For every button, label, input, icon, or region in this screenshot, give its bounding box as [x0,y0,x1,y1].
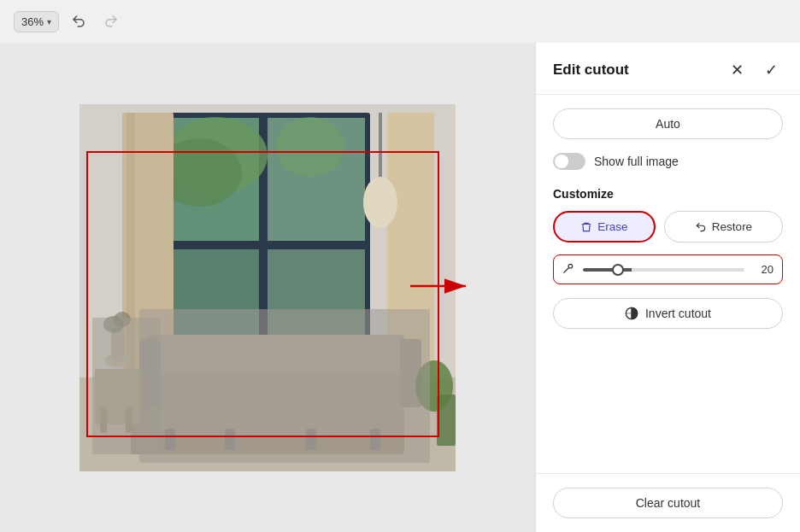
svg-rect-37 [92,318,161,454]
main-area: Edit cutout ✕ ✓ Auto Show full image Cus… [0,43,800,532]
show-full-image-row: Show full image [553,153,783,170]
zoom-value: 36% [21,15,44,28]
customize-heading: Customize [553,187,783,201]
svg-point-13 [276,117,344,177]
panel-content: Auto Show full image Customize Erase [536,95,800,473]
show-full-image-label: Show full image [594,155,679,168]
restore-icon [695,221,707,233]
auto-button[interactable]: Auto [553,108,783,139]
redo-button[interactable] [98,9,124,34]
brush-size-slider[interactable] [583,268,744,272]
panel-header: Edit cutout ✕ ✓ [536,43,800,95]
show-full-image-toggle[interactable] [553,153,585,170]
svg-rect-10 [170,241,365,248]
tool-buttons-area: Erase Restore [553,211,783,243]
erase-icon [580,221,592,233]
undo-button[interactable] [66,9,91,34]
slider-value: 20 [753,263,774,276]
panel-bottom: Clear cutout [536,473,800,532]
canvas-area[interactable] [0,43,535,532]
invert-cutout-button[interactable]: Invert cutout [553,298,783,329]
invert-icon [625,307,638,320]
svg-point-40 [568,264,573,268]
confirm-button[interactable]: ✓ [759,58,783,82]
zoom-chevron-icon: ▾ [47,17,51,26]
zoom-control[interactable]: 36% ▾ [14,11,59,32]
restore-button[interactable]: Restore [664,211,783,243]
panel-header-actions: ✕ ✓ [725,58,783,82]
room-image [79,104,456,471]
close-button[interactable]: ✕ [725,58,749,82]
brush-size-row: 20 [553,254,783,284]
brush-icon [562,262,574,277]
svg-point-18 [363,177,397,228]
erase-button[interactable]: Erase [553,211,656,243]
clear-cutout-button[interactable]: Clear cutout [553,488,783,518]
right-panel: Edit cutout ✕ ✓ Auto Show full image Cus… [535,43,800,532]
erase-button-wrapper: Erase [553,211,656,243]
image-container [79,104,456,471]
toolbar: 36% ▾ [0,0,800,43]
arrow-icon [410,273,479,299]
svg-rect-36 [139,309,430,463]
panel-title: Edit cutout [553,61,629,79]
